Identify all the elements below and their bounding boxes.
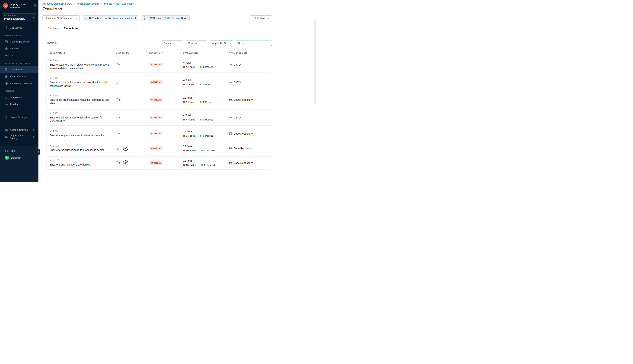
sidebar-item-label: Account Settings xyxy=(10,128,28,131)
sidebar-item-rule-definitions[interactable]: Rule Definitions xyxy=(0,73,38,80)
passed-indicator xyxy=(201,164,203,166)
tab-evaluations[interactable]: Evaluations xyxy=(61,24,81,33)
sidebar-item-label: Compliance xyxy=(10,68,22,71)
chevron-right-icon xyxy=(100,3,102,5)
breadcrumb-organization[interactable]: Organization: default xyxy=(77,2,99,5)
sidebar-item-code-repositories[interactable]: Code Repositories xyxy=(0,38,38,45)
file-check-icon xyxy=(5,68,8,71)
table-row[interactable]: Id: 2.4.2 Ensure all external dependenci… xyxy=(46,74,272,90)
rule-list: Id: 2.3.8 Ensure scanners are in place t… xyxy=(46,56,272,173)
sort-icon xyxy=(64,52,65,54)
rule-name: Ensure branch deletions are denied xyxy=(50,163,110,166)
eval-total-count: 4 xyxy=(183,79,184,82)
eval-total-count: 4 xyxy=(183,61,184,64)
applicable-on-label: CI/CD xyxy=(234,63,241,66)
sidebar-collapse-handle[interactable] xyxy=(37,149,40,155)
column-applicable-on: APPLICABLE ON xyxy=(229,52,269,54)
passed-indicator xyxy=(201,150,203,151)
page-title: Compliance xyxy=(42,6,312,10)
sidebar-item-pipelines[interactable]: Pipelines xyxy=(0,101,38,108)
severity-filter[interactable]: Severity xyxy=(186,40,207,46)
module-grid-icon[interactable] xyxy=(33,4,36,8)
sidebar-item-label: Remediation Tracker xyxy=(10,82,32,85)
chip-label: OWASP Top 10 CI/CD Security Risks xyxy=(148,17,187,20)
search-box xyxy=(236,40,272,46)
main-content: Account: Automation-SSCA Organization: d… xyxy=(38,0,316,182)
table-row[interactable]: Id: 1.1.17 Ensure branch deletions are d… xyxy=(46,156,272,170)
sidebar-item-cicd[interactable]: ∞ CI/CD xyxy=(0,52,38,59)
info-icon xyxy=(33,136,36,138)
sidebar-item-get-started[interactable]: Get Started xyxy=(0,24,38,31)
date-range-select[interactable]: Last 30 Days xyxy=(249,16,272,21)
table-row[interactable]: Id: 1.1.16 Ensure force pushes code to b… xyxy=(46,142,272,155)
app-title-line1: Supply Chain xyxy=(10,3,33,6)
passed-count: 0 xyxy=(202,66,204,68)
tab-summary[interactable]: Summary xyxy=(45,24,61,33)
column-severity[interactable]: SEVERITY xyxy=(149,52,183,54)
applicable-on-filter-label: Applicable On xyxy=(212,42,227,44)
sidebar-item-artifacts[interactable]: Artifacts xyxy=(0,45,38,52)
help-button[interactable]: Help xyxy=(0,147,38,154)
standard-chip-cis[interactable]: CIS Software Supply Chain Benchmarks 1.0 xyxy=(82,16,138,21)
owasp-logo-icon xyxy=(143,16,146,20)
plug-icon xyxy=(5,96,8,99)
eval-total-count: 10 xyxy=(183,145,186,148)
sidebar-item-account-settings[interactable]: Account Settings xyxy=(0,126,38,134)
table-row[interactable]: Id: 2.3.7 Ensure pipelines are automatic… xyxy=(46,110,272,126)
user-name: Lavakush xyxy=(11,156,21,159)
sidebar: Supply Chain Security PROJECT Product Ex… xyxy=(0,0,38,182)
code-repository-icon xyxy=(229,162,232,164)
sidebar-item-organization-settings[interactable]: Organization Settings xyxy=(0,134,38,140)
cis-standard-icon xyxy=(116,131,121,136)
severity-badge: CRITICAL xyxy=(150,80,163,84)
applicable-on-label: Code Repository xyxy=(234,147,252,150)
failed-indicator xyxy=(183,119,185,120)
table-row[interactable]: Id: 2.3.8 Ensure scanners are in place t… xyxy=(46,56,272,73)
chevron-right-icon xyxy=(73,3,75,5)
severity-badge: CRITICAL xyxy=(150,63,163,66)
search-input[interactable] xyxy=(242,42,270,44)
standards-select[interactable]: Standards: All Benchmarks xyxy=(42,16,80,21)
failed-indicator xyxy=(183,101,185,103)
sidebar-item-remediation-tracker[interactable]: Remediation Tracker xyxy=(0,80,38,87)
sidebar-item-label: Integrations xyxy=(10,96,22,99)
filter-bar: Standards: All Benchmarks CIS Software S… xyxy=(38,13,316,24)
section-label-risk-compliance: RISK AND COMPLIANCE xyxy=(0,59,38,66)
column-evaluations: EVALUATIONS xyxy=(183,52,229,54)
applicable-on-label: Code Repository xyxy=(234,98,252,101)
sidebar-item-project-settings[interactable]: Project Settings xyxy=(0,114,38,121)
applicable-on-filter[interactable]: Applicable On xyxy=(210,40,233,46)
passed-count: 0 xyxy=(202,101,204,104)
severity-filter-label: Severity xyxy=(188,42,197,44)
sidebar-header: Supply Chain Security xyxy=(0,0,38,9)
rule-id: Id: 1.1.16 xyxy=(50,144,116,147)
section-label-supply-chain: SUPPLY CHAIN xyxy=(0,31,38,38)
failed-indicator xyxy=(183,84,185,85)
rule-name: Ensure scanners are in place to identify… xyxy=(50,63,110,70)
target-check-icon xyxy=(5,82,8,85)
sidebar-item-label: Rule Definitions xyxy=(10,75,26,78)
breadcrumb-project[interactable]: Project: Product Exploratory xyxy=(104,2,134,5)
standard-chip-owasp[interactable]: OWASP Top 10 CI/CD Security Risks xyxy=(141,16,190,21)
passed-count: 0 xyxy=(202,118,204,121)
table-row[interactable]: Id: 4.2.5 Ensure anonymous access to art… xyxy=(46,127,272,140)
search-icon xyxy=(238,42,240,44)
users-icon xyxy=(5,136,8,138)
user-menu[interactable]: L Lavakush xyxy=(0,154,38,161)
breadcrumb-account[interactable]: Account: Automation-SSCA xyxy=(42,2,72,5)
eval-total-count: 4 xyxy=(183,114,184,117)
project-selector[interactable]: PROJECT Product Exploratory xyxy=(2,13,36,22)
column-rule-name[interactable]: RULE NAME xyxy=(50,52,116,54)
passed-indicator xyxy=(200,119,202,120)
sidebar-item-integrations[interactable]: Integrations xyxy=(0,94,38,101)
project-name: Product Exploratory xyxy=(4,18,29,20)
table-row[interactable]: Id: 1.3.5 Ensure the organization is req… xyxy=(46,92,272,108)
sidebar-item-compliance[interactable]: Compliance xyxy=(0,66,38,73)
rule-name: Ensure anonymous access to artifacts is … xyxy=(50,134,110,137)
tab-bar: Summary Evaluations xyxy=(38,24,316,33)
status-filter[interactable]: Status xyxy=(162,40,183,46)
passed-indicator xyxy=(200,84,202,85)
scrollbar[interactable] xyxy=(314,20,316,104)
sidebar-item-label: Artifacts xyxy=(10,47,18,50)
passed-indicator xyxy=(200,66,202,68)
